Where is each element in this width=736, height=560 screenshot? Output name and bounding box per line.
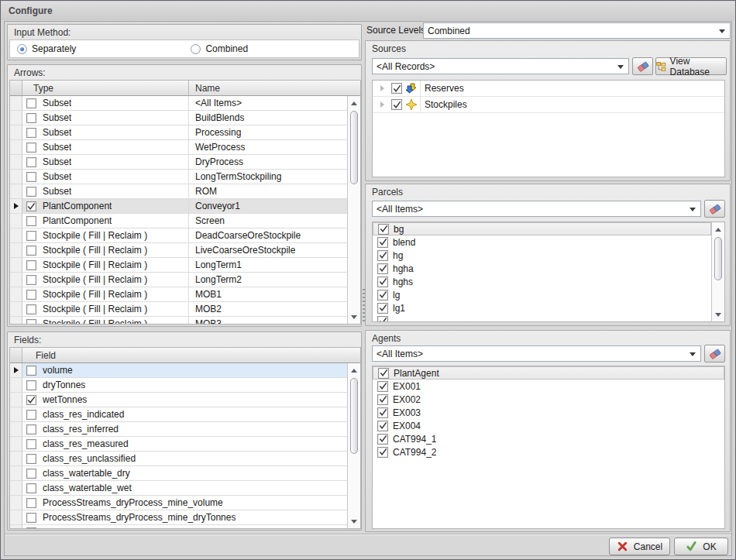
type-cell[interactable]: Subset <box>22 170 189 184</box>
radio-combined-control[interactable] <box>191 44 201 54</box>
field-cell[interactable]: volume <box>22 363 347 377</box>
checkbox[interactable] <box>26 201 36 211</box>
checkbox[interactable] <box>377 394 388 405</box>
field-cell[interactable]: class_watertable_wet <box>22 481 347 495</box>
tree-node[interactable]: Stockpiles <box>373 97 724 113</box>
checkbox[interactable] <box>391 99 402 110</box>
type-cell[interactable]: PlantComponent <box>22 199 189 213</box>
name-cell[interactable]: MOB2 <box>189 302 347 316</box>
scroll-down-icon[interactable] <box>348 311 360 323</box>
list-item[interactable]: CAT994_1 <box>373 432 724 445</box>
name-cell[interactable]: MOB1 <box>189 287 347 301</box>
name-cell[interactable]: LiveCoarseOreStockpile <box>189 243 347 257</box>
checkbox[interactable] <box>26 216 36 226</box>
field-cell[interactable]: class_res_measured <box>22 437 347 451</box>
agents-clear-filter-button[interactable] <box>704 345 725 362</box>
table-row[interactable]: SubsetWetProcess <box>10 140 347 155</box>
titlebar[interactable]: Configure <box>2 2 734 20</box>
list-item[interactable]: bg <box>373 222 711 235</box>
name-cell[interactable]: LongTerm1 <box>189 258 347 272</box>
type-cell[interactable]: Subset <box>22 184 189 198</box>
radio-separately[interactable]: Separately <box>17 43 76 54</box>
table-row[interactable]: class_res_inferred <box>10 422 347 437</box>
parcels-scrollbar[interactable] <box>711 222 724 321</box>
table-row[interactable]: SubsetProcessing <box>10 125 347 140</box>
scroll-up-icon[interactable] <box>348 97 360 109</box>
field-cell[interactable]: dryTonnes <box>22 378 347 392</box>
table-row[interactable]: Stockpile ( Fill | Reclaim )MOB3 <box>10 317 347 324</box>
type-cell[interactable]: Stockpile ( Fill | Reclaim ) <box>22 302 189 316</box>
type-cell[interactable]: Stockpile ( Fill | Reclaim ) <box>22 258 189 272</box>
list-item[interactable]: PlantAgent <box>373 366 724 380</box>
table-row[interactable]: dryTonnes <box>10 378 347 393</box>
checkbox[interactable] <box>377 421 388 431</box>
source-levels-combo[interactable]: Combined <box>423 22 731 39</box>
field-cell[interactable]: class_res_inferred <box>22 422 347 436</box>
list-item[interactable]: hghs <box>373 275 711 288</box>
checkbox[interactable] <box>26 498 36 508</box>
type-cell[interactable]: Subset <box>22 140 189 154</box>
checkbox[interactable] <box>26 275 36 285</box>
checkbox[interactable] <box>378 224 389 235</box>
table-row[interactable]: PlantComponentScreen <box>10 214 347 228</box>
checkbox[interactable] <box>26 172 36 182</box>
table-row[interactable]: Subset<All Items> <box>10 96 347 111</box>
list-item[interactable]: EX004 <box>373 419 724 432</box>
list-item[interactable] <box>373 314 711 321</box>
table-row[interactable]: Stockpile ( Fill | Reclaim )DeadCoarseOr… <box>10 228 347 243</box>
fields-header-field[interactable]: Field <box>22 348 360 362</box>
list-item[interactable]: EX001 <box>373 380 724 393</box>
table-row[interactable]: SubsetBuildBlends <box>10 111 347 125</box>
name-cell[interactable]: LongTerm2 <box>189 273 347 287</box>
type-cell[interactable]: Subset <box>22 125 189 139</box>
checkbox[interactable] <box>26 527 36 529</box>
name-cell[interactable]: DeadCoarseOreStockpile <box>189 228 347 242</box>
checkbox[interactable] <box>26 304 36 314</box>
checkbox[interactable] <box>377 303 388 314</box>
checkbox[interactable] <box>378 368 389 379</box>
type-cell[interactable]: Stockpile ( Fill | Reclaim ) <box>22 228 189 242</box>
table-row[interactable]: ProcessStreams_dryProcess_mine_SubProduc… <box>10 525 347 528</box>
checkbox[interactable] <box>26 113 36 123</box>
table-row[interactable]: class_res_indicated <box>10 407 347 422</box>
name-cell[interactable]: Screen <box>189 214 347 228</box>
scroll-down-icon[interactable] <box>712 308 724 321</box>
splitter-handle[interactable] <box>363 289 365 323</box>
field-cell[interactable]: class_res_unclassified <box>22 452 347 466</box>
name-cell[interactable]: LongTermStockpiling <box>189 170 347 184</box>
checkbox[interactable] <box>26 290 36 300</box>
type-cell[interactable]: Stockpile ( Fill | Reclaim ) <box>22 273 189 287</box>
table-row[interactable]: ProcessStreams_dryProcess_mine_volume <box>10 496 347 510</box>
type-cell[interactable]: Subset <box>22 96 189 110</box>
checkbox[interactable] <box>26 246 36 256</box>
name-cell[interactable]: DryProcess <box>189 155 347 169</box>
checkbox[interactable] <box>26 483 36 493</box>
list-item[interactable]: CAT994_2 <box>373 445 724 459</box>
checkbox[interactable] <box>391 83 402 94</box>
field-cell[interactable]: class_watertable_dry <box>22 466 347 480</box>
list-item[interactable]: hg <box>373 249 711 262</box>
checkbox[interactable] <box>26 260 36 270</box>
name-cell[interactable]: Conveyor1 <box>189 199 347 213</box>
type-cell[interactable]: Subset <box>22 111 189 125</box>
view-database-button[interactable]: View Database <box>655 57 727 75</box>
scroll-up-icon[interactable] <box>712 223 724 235</box>
name-cell[interactable]: ROM <box>189 184 347 198</box>
checkbox[interactable] <box>377 407 388 418</box>
arrows-scrollbar-thumb[interactable] <box>350 111 358 184</box>
type-cell[interactable]: Stockpile ( Fill | Reclaim ) <box>22 243 189 257</box>
field-cell[interactable]: ProcessStreams_dryProcess_mine_SubProduc… <box>22 525 347 528</box>
arrows-scrollbar[interactable] <box>347 96 360 324</box>
name-cell[interactable]: WetProcess <box>189 140 347 154</box>
table-row[interactable]: class_res_unclassified <box>10 452 347 466</box>
checkbox[interactable] <box>26 469 36 479</box>
checkbox[interactable] <box>26 439 36 449</box>
list-item[interactable]: EX003 <box>373 406 724 419</box>
checkbox[interactable] <box>377 250 388 261</box>
field-cell[interactable]: wetTonnes <box>22 393 347 407</box>
name-cell[interactable]: Processing <box>189 125 347 139</box>
table-row[interactable]: SubsetROM <box>10 184 347 199</box>
checkbox[interactable] <box>26 424 36 435</box>
sources-filter-combo[interactable]: <All Records> <box>372 58 629 74</box>
expand-arrow-icon[interactable] <box>380 85 384 91</box>
